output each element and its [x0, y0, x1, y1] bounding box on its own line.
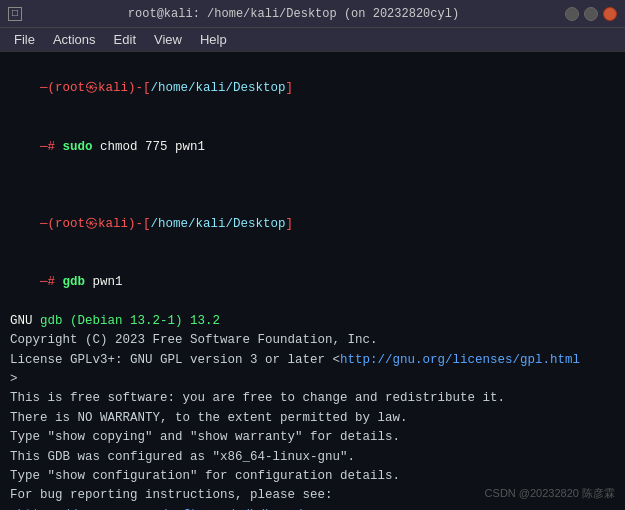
- blank-1: [10, 176, 615, 195]
- prompt2-at: ㉿: [85, 217, 98, 231]
- titlebar-left: □: [8, 7, 22, 21]
- cmd-pwn1: pwn1: [85, 275, 123, 289]
- prompt-hash: ─#: [40, 140, 63, 154]
- terminal-line-1b: ─# sudo chmod 775 pwn1: [10, 118, 615, 176]
- gdb-line-7: Type "show copying" and "show warranty" …: [10, 428, 615, 447]
- minimize-button[interactable]: [565, 7, 579, 21]
- prompt-paren-close: )-[: [128, 81, 151, 95]
- watermark: CSDN @20232820 陈彦霖: [485, 485, 615, 502]
- prompt2-host: kali: [98, 217, 128, 231]
- gdb-line-5: This is free software: you are free to c…: [10, 389, 615, 408]
- window-icon: □: [8, 7, 22, 21]
- prompt2-paren-close: )-[: [128, 217, 151, 231]
- menubar: File Actions Edit View Help: [0, 28, 625, 52]
- gdb-line-6: There is NO WARRANTY, to the extent perm…: [10, 409, 615, 428]
- terminal-line-2b: ─# gdb pwn1: [10, 254, 615, 312]
- prompt2-user: root: [55, 217, 85, 231]
- terminal[interactable]: ─(root㉿kali)-[/home/kali/Desktop] ─# sud…: [0, 52, 625, 510]
- prompt2-bracket-close: ]: [286, 217, 294, 231]
- gdb-line-1: GNU gdb (Debian 13.2-1) 13.2: [10, 312, 615, 331]
- gdb-line-11: <https://www.gnu.org/software/gdb/bugs/>…: [10, 506, 615, 510]
- close-button[interactable]: [603, 7, 617, 21]
- prompt-dir: /home/kali/Desktop: [151, 81, 286, 95]
- maximize-button[interactable]: [584, 7, 598, 21]
- gdb-line-9: Type "show configuration" for configurat…: [10, 467, 615, 486]
- prompt-paren-open: ─(: [40, 81, 55, 95]
- gdb-line-8: This GDB was configured as "x86_64-linux…: [10, 448, 615, 467]
- cmd-sudo: sudo: [63, 140, 93, 154]
- prompt-at: ㉿: [85, 81, 98, 95]
- prompt2-hash: ─#: [40, 275, 63, 289]
- prompt2-dir: /home/kali/Desktop: [151, 217, 286, 231]
- menu-help[interactable]: Help: [192, 30, 235, 49]
- menu-actions[interactable]: Actions: [45, 30, 104, 49]
- prompt-user: root: [55, 81, 85, 95]
- prompt-host: kali: [98, 81, 128, 95]
- titlebar-title: root@kali: /home/kali/Desktop (on 202328…: [22, 7, 565, 21]
- menu-view[interactable]: View: [146, 30, 190, 49]
- titlebar: □ root@kali: /home/kali/Desktop (on 2023…: [0, 0, 625, 28]
- titlebar-buttons: [565, 7, 617, 21]
- menu-file[interactable]: File: [6, 30, 43, 49]
- terminal-line-2: ─(root㉿kali)-[/home/kali/Desktop]: [10, 196, 615, 254]
- terminal-line-1: ─(root㉿kali)-[/home/kali/Desktop]: [10, 60, 615, 118]
- prompt2-paren-open: ─(: [40, 217, 55, 231]
- gdb-line-4: >: [10, 370, 615, 389]
- menu-edit[interactable]: Edit: [106, 30, 144, 49]
- gdb-line-2: Copyright (C) 2023 Free Software Foundat…: [10, 331, 615, 350]
- prompt-bracket-close: ]: [286, 81, 294, 95]
- cmd-gdb: gdb: [63, 275, 86, 289]
- gdb-line-3: License GPLv3+: GNU GPL version 3 or lat…: [10, 351, 615, 370]
- cmd-chmod: chmod 775 pwn1: [93, 140, 206, 154]
